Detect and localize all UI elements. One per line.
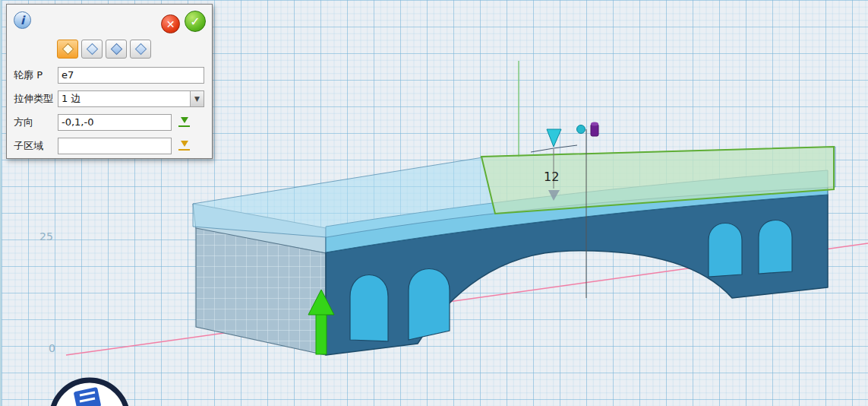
- axis-label-0: 0: [49, 342, 55, 354]
- profile-input[interactable]: [58, 67, 204, 84]
- close-icon: ✕: [166, 18, 175, 30]
- dropdown-arrow-icon[interactable]: ▼: [190, 91, 204, 106]
- cylinder-handle-top: [591, 122, 598, 126]
- cancel-button[interactable]: ✕: [161, 14, 180, 33]
- direction-input[interactable]: [58, 114, 172, 131]
- diamond-2-icon: [86, 43, 98, 56]
- info-icon[interactable]: i: [14, 11, 31, 29]
- direction-row: 方向: [7, 110, 212, 134]
- extrude-option-1[interactable]: [57, 40, 78, 59]
- extrude-type-label: 拉伸类型: [14, 92, 58, 106]
- diamond-1-icon: [62, 43, 74, 56]
- subregion-row: 子区域: [7, 134, 212, 157]
- dimension-value: 12: [544, 170, 559, 184]
- info-icon-glyph: i: [21, 14, 24, 27]
- extrude-option-3[interactable]: [106, 40, 127, 59]
- axis-label-25: 25: [39, 230, 53, 243]
- drag-cone-handle[interactable]: [547, 129, 561, 147]
- check-icon: ✓: [190, 14, 200, 29]
- dialog-header: i ✕ ✓: [7, 5, 212, 38]
- app-logo: [52, 380, 128, 406]
- extrude-option-2[interactable]: [81, 40, 103, 59]
- sphere-handle[interactable]: [577, 125, 586, 134]
- bridge-model[interactable]: [193, 145, 835, 355]
- extrude-type-value: 1 边: [58, 92, 190, 106]
- profile-label: 轮廓 P: [14, 68, 58, 82]
- arch-opening: [759, 220, 792, 274]
- extrude-type-select[interactable]: 1 边 ▼: [58, 90, 204, 107]
- arch-opening: [709, 224, 742, 278]
- pick-direction-icon[interactable]: [178, 116, 190, 128]
- extrude-type-row: 拉伸类型 1 边 ▼: [7, 87, 212, 110]
- subregion-input[interactable]: [58, 138, 172, 154]
- diamond-4-icon: [134, 43, 147, 56]
- extrude-dialog: i ✕ ✓ 轮廓 P: [6, 4, 213, 159]
- diamond-3-icon: [110, 43, 122, 56]
- direction-label: 方向: [14, 116, 58, 129]
- extrude-type-toolbar: [7, 38, 212, 63]
- viewport[interactable]: 25 0: [0, 0, 868, 406]
- arch-opening: [409, 269, 450, 341]
- confirm-button[interactable]: ✓: [185, 11, 206, 32]
- arch-opening: [350, 275, 388, 342]
- profile-row: 轮廓 P: [7, 63, 212, 87]
- extrude-option-4[interactable]: [130, 40, 151, 59]
- subregion-label: 子区域: [14, 139, 58, 153]
- pick-subregion-icon[interactable]: [178, 140, 190, 151]
